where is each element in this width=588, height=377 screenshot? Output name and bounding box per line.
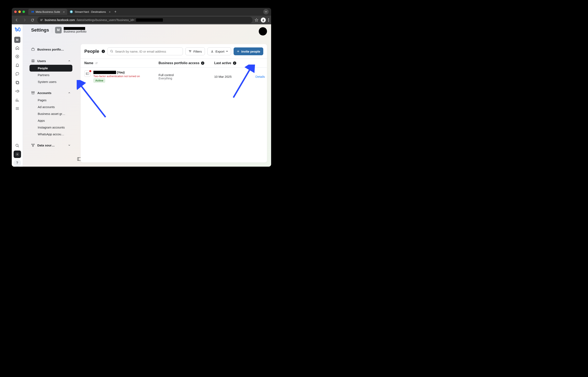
export-button[interactable]: Export xyxy=(208,47,231,55)
svg-point-22 xyxy=(111,50,112,52)
rail-megaphone-icon[interactable] xyxy=(14,87,21,95)
tab-list-button[interactable] xyxy=(263,9,269,14)
forward-button[interactable] xyxy=(22,17,27,23)
profile-icon[interactable] xyxy=(261,18,266,23)
browser-tab-streamyard[interactable]: StreamYard - Destinations × xyxy=(67,9,113,15)
search-input[interactable] xyxy=(107,47,183,55)
user-icon-wrap xyxy=(84,71,91,77)
status-badge: Active xyxy=(93,78,105,83)
rail-posts-icon[interactable] xyxy=(14,79,21,86)
address-bar[interactable]: business.facebook.com/latest/settings/bu… xyxy=(37,17,253,23)
main-wrap: Settings M Business portfolio xyxy=(23,24,271,167)
sidebar-users-header[interactable]: Users xyxy=(29,57,73,65)
chevron-down-icon xyxy=(68,144,71,147)
browser-toolbar: business.facebook.com/latest/settings/bu… xyxy=(12,16,271,24)
svg-point-3 xyxy=(41,20,41,21)
people-card: People i Filters Export xyxy=(81,44,267,163)
svg-point-26 xyxy=(87,73,87,74)
svg-point-4 xyxy=(263,19,264,20)
svg-point-15 xyxy=(33,60,34,61)
maximize-window-icon[interactable] xyxy=(23,11,25,13)
site-settings-icon[interactable] xyxy=(40,18,43,22)
close-window-icon[interactable] xyxy=(14,11,17,13)
tab-title: Meta Business Suite xyxy=(36,10,60,13)
rail-bell-icon[interactable] xyxy=(14,61,21,69)
sidebar-business-portfolio[interactable]: Business portfo… xyxy=(29,45,73,53)
page-title: Settings xyxy=(31,27,49,33)
sidebar-item-whatsapp[interactable]: WhatsApp accou… xyxy=(29,131,72,138)
settings-header: Settings M Business portfolio xyxy=(23,24,271,40)
label: Filters xyxy=(193,50,202,53)
sidebar-item-asset-groups[interactable]: Business asset gr… xyxy=(29,110,72,117)
label: Business portfo… xyxy=(37,48,64,51)
rail-chat-icon[interactable] xyxy=(14,70,21,78)
sidebar-accounts-header[interactable]: Accounts xyxy=(29,89,73,97)
two-factor-warning: Two-factor authentication not turned on xyxy=(93,75,140,78)
sidebar-item-system-users[interactable]: System users xyxy=(29,78,72,85)
rail-settings-icon[interactable] xyxy=(14,151,21,158)
app-content: M ? Settings M xyxy=(12,24,271,167)
sidebar-item-ad-accounts[interactable]: Ad accounts xyxy=(29,104,72,110)
close-tab-icon[interactable]: × xyxy=(109,10,111,14)
titlebar: Meta Business Suite × StreamYard - Desti… xyxy=(12,8,271,16)
label: Data sour… xyxy=(37,143,55,147)
rail-home-icon[interactable] xyxy=(14,44,21,52)
rail-compass-icon[interactable] xyxy=(14,53,21,60)
info-icon[interactable]: i xyxy=(201,61,204,65)
briefcase-icon xyxy=(31,47,35,51)
svg-point-20 xyxy=(33,146,34,147)
rail-hamburger-icon[interactable] xyxy=(14,105,21,112)
sidebar-item-instagram[interactable]: Instagram accounts xyxy=(29,124,72,131)
menu-kebab-icon[interactable] xyxy=(268,18,269,22)
sidebar-item-apps[interactable]: Apps xyxy=(29,117,72,124)
minimize-window-icon[interactable] xyxy=(18,11,21,13)
info-icon[interactable]: i xyxy=(233,61,236,65)
download-icon xyxy=(210,50,214,53)
svg-rect-21 xyxy=(78,158,81,161)
caret-down-icon xyxy=(226,50,228,52)
url-host: business.facebook.com xyxy=(45,18,75,22)
close-tab-icon[interactable]: × xyxy=(63,10,65,14)
url-path: /latest/settings/business_users?business… xyxy=(77,18,134,22)
rail-help-icon[interactable]: ? xyxy=(14,159,21,167)
portfolio-selector[interactable]: M Business portfolio xyxy=(55,27,87,33)
col-name-header[interactable]: Name xyxy=(84,61,159,65)
rail-insights-icon[interactable] xyxy=(14,96,21,104)
reload-button[interactable] xyxy=(29,17,35,23)
details-link[interactable]: Details xyxy=(255,75,265,78)
back-button[interactable] xyxy=(14,17,20,23)
traffic-lights xyxy=(14,11,25,13)
toolbar-right xyxy=(255,18,269,23)
sidebar-item-people[interactable]: People xyxy=(29,65,72,71)
col-active-header: Last active i xyxy=(214,61,255,65)
access-level: Full control xyxy=(159,73,214,77)
new-tab-button[interactable]: + xyxy=(115,10,117,14)
invite-people-button[interactable]: Invite people xyxy=(234,47,263,55)
chevron-up-icon xyxy=(68,91,71,94)
alert-badge-icon xyxy=(89,70,92,73)
meta-logo-icon[interactable] xyxy=(14,27,20,33)
svg-point-24 xyxy=(190,51,191,52)
card-title: People xyxy=(84,49,99,54)
label: Users xyxy=(37,59,46,63)
divider xyxy=(52,28,52,33)
svg-point-7 xyxy=(268,21,269,22)
search-field[interactable] xyxy=(115,50,180,53)
rail-search-icon[interactable] xyxy=(14,142,21,149)
browser-tab-meta[interactable]: Meta Business Suite × xyxy=(28,9,67,15)
users-icon xyxy=(31,59,35,63)
user-avatar[interactable] xyxy=(259,27,267,35)
action-cell: Details ••• xyxy=(255,73,267,80)
sidebar-item-pages[interactable]: Pages xyxy=(29,97,72,104)
last-active-cell: 10 Mar 2025 xyxy=(214,75,255,78)
access-scope: Everything xyxy=(159,77,214,80)
info-icon[interactable]: i xyxy=(102,50,105,53)
label: Export xyxy=(215,50,224,53)
svg-point-23 xyxy=(189,50,190,51)
filters-button[interactable]: Filters xyxy=(185,47,205,55)
bookmark-star-icon[interactable] xyxy=(255,18,258,22)
sidebar-item-partners[interactable]: Partners xyxy=(29,71,72,78)
rail-portfolio-button[interactable]: M xyxy=(14,37,20,43)
sidebar-data-sources-header[interactable]: Data sour… xyxy=(29,141,73,149)
redacted-name xyxy=(93,71,116,74)
